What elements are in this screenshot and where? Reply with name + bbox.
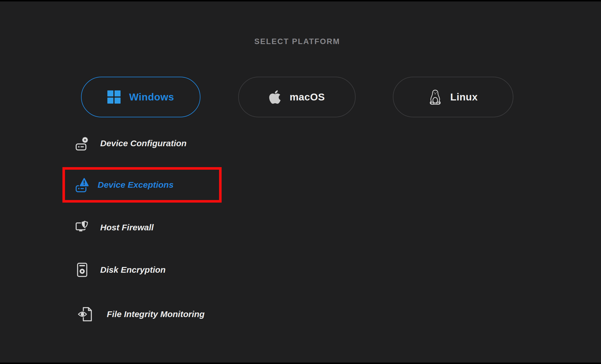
- device-warning-icon: [75, 177, 89, 192]
- page-title: SELECT PLATFORM: [81, 37, 513, 46]
- platform-select-screen: SELECT PLATFORM Windows macOS: [0, 1, 601, 363]
- menu-item-label: File Integrity Monitoring: [107, 309, 205, 319]
- menu-item-disk-encryption[interactable]: Disk Encryption: [75, 262, 165, 278]
- screenshot-frame: SELECT PLATFORM Windows macOS: [0, 0, 601, 364]
- disk-drive-icon: [75, 263, 89, 277]
- device-gear-icon: [75, 136, 89, 151]
- platform-button-macos[interactable]: macOS: [238, 77, 356, 117]
- menu-item-device-exceptions[interactable]: Device Exceptions: [75, 177, 174, 193]
- monitor-shield-icon: [75, 220, 89, 235]
- menu-item-label: Device Configuration: [100, 139, 187, 148]
- menu-item-label: Device Exceptions: [98, 180, 174, 190]
- linux-tux-icon: [429, 89, 442, 105]
- menu-item-label: Host Firewall: [100, 223, 154, 232]
- document-eye-icon: [78, 307, 94, 322]
- apple-logo-icon: [269, 89, 281, 105]
- windows-logo-icon: [107, 90, 121, 104]
- platform-button-label: macOS: [289, 91, 325, 103]
- menu-item-host-firewall[interactable]: Host Firewall: [75, 219, 154, 236]
- menu-item-label: Disk Encryption: [100, 265, 165, 275]
- platform-button-linux[interactable]: Linux: [393, 77, 513, 117]
- menu-item-file-integrity-monitoring[interactable]: File Integrity Monitoring: [78, 306, 205, 322]
- platform-button-label: Linux: [450, 91, 478, 103]
- platform-button-windows[interactable]: Windows: [81, 77, 200, 117]
- menu-item-device-configuration[interactable]: Device Configuration: [75, 135, 187, 151]
- platform-button-label: Windows: [129, 91, 174, 103]
